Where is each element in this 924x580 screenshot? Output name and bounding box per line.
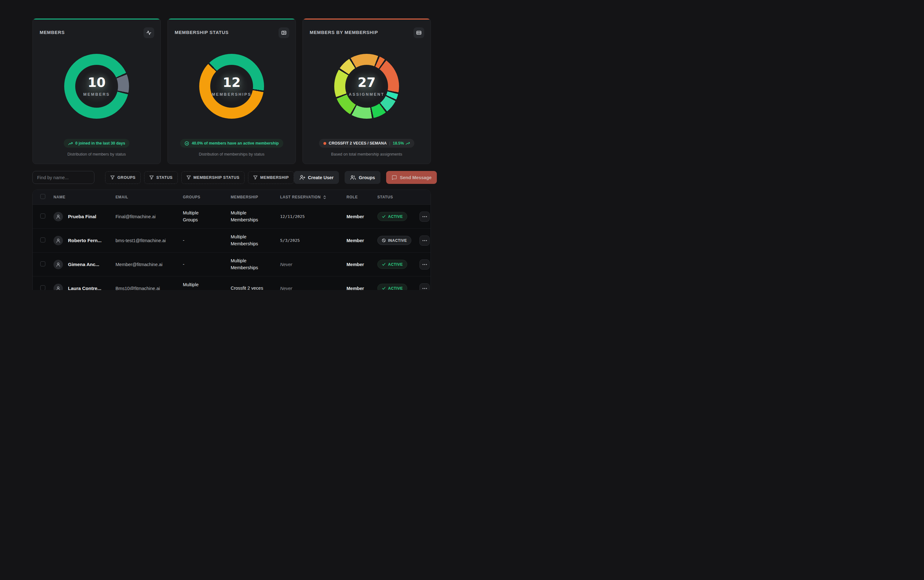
card-caption: Based on total membership assignments xyxy=(303,152,431,157)
column-header-email[interactable]: EMAIL xyxy=(115,195,183,199)
donut-label: MEMBERSHIPS xyxy=(212,92,252,97)
trending-up-icon xyxy=(405,141,410,145)
members-by-membership-chart-type-button[interactable] xyxy=(414,27,424,38)
filter-label: STATUS xyxy=(156,175,173,180)
credit-card-icon xyxy=(416,30,422,36)
members-by-membership-donut-chart: 27 ASSIGNMENT xyxy=(334,54,399,119)
avatar xyxy=(54,236,63,245)
column-header-name[interactable]: NAME xyxy=(54,195,115,199)
search-input[interactable] xyxy=(33,171,94,184)
ellipsis-icon xyxy=(423,288,427,289)
member-membership: Multiple Memberships xyxy=(231,234,280,247)
card-title: MEMBERSHIP STATUS xyxy=(175,30,229,35)
sort-icon[interactable] xyxy=(322,195,327,199)
avatar xyxy=(54,284,63,290)
check-icon xyxy=(382,214,386,219)
id-card-icon xyxy=(281,30,287,36)
row-checkbox[interactable] xyxy=(40,261,45,266)
filter-label: MEMBERSHIP STATUS xyxy=(194,175,240,180)
members-donut-chart: 10 MEMBERS xyxy=(64,54,129,119)
member-role: Member xyxy=(347,214,377,219)
avatar xyxy=(54,212,63,221)
funnel-icon xyxy=(149,175,154,180)
table-row[interactable]: Gimena Anc... Member@fitmachine.ai - Mul… xyxy=(33,252,431,277)
groups-button[interactable]: Groups xyxy=(345,171,380,184)
card-caption: Distribution of members by status xyxy=(33,152,161,157)
members-summary-badge: 0 joined in the last 30 days xyxy=(64,139,129,148)
check-icon xyxy=(382,286,386,290)
members-card: MEMBERS 10 MEMBERS 0 joined in the last … xyxy=(33,18,161,164)
user-icon xyxy=(56,238,61,243)
column-header-status[interactable]: STATUS xyxy=(377,195,419,199)
status-label: ACTIVE xyxy=(388,286,403,290)
funnel-icon xyxy=(186,175,191,180)
column-header-groups[interactable]: GROUPS xyxy=(183,195,231,199)
user-icon xyxy=(56,214,61,219)
table-row[interactable]: Laura Contre... Bms10@fitmachine.ai Mult… xyxy=(33,277,431,290)
donut-center: 12 MEMBERSHIPS xyxy=(210,65,253,108)
row-checkbox[interactable] xyxy=(40,237,45,242)
table-toolbar: GROUPS STATUS MEMBERSHIP STATUS MEMBERSH… xyxy=(33,171,431,184)
donut-value: 12 xyxy=(222,76,240,89)
filter-membership-status-button[interactable]: MEMBERSHIP STATUS xyxy=(181,171,245,184)
members-by-membership-card: MEMBERS BY MEMBERSHIP 27 ASSIGNMENT CROS… xyxy=(303,18,431,164)
status-label: ACTIVE xyxy=(388,262,403,267)
last-reservation-cell: Never xyxy=(280,286,347,290)
member-role: Member xyxy=(347,238,377,243)
membership-status-summary-badge: 40.0% of members have an active membersh… xyxy=(180,139,283,148)
row-checkbox[interactable] xyxy=(40,214,45,219)
users-icon xyxy=(350,175,356,180)
funnel-icon xyxy=(110,175,115,180)
filter-label: GROUPS xyxy=(117,175,136,180)
member-email: bms-test1@fitmachine.ai xyxy=(115,238,183,243)
check-icon xyxy=(382,262,386,266)
member-role: Member xyxy=(347,286,377,290)
status-badge: ACTIVE xyxy=(377,284,407,290)
filter-status-button[interactable]: STATUS xyxy=(144,171,178,184)
row-actions-menu-button[interactable] xyxy=(419,259,429,270)
row-checkbox[interactable] xyxy=(40,285,45,290)
members-chart-type-button[interactable] xyxy=(143,27,154,38)
table-row[interactable]: Prueba Final Final@fitmachine.ai Multipl… xyxy=(33,205,431,229)
column-header-last-reservation[interactable]: LAST RESERVATION xyxy=(280,195,347,199)
donut-value: 10 xyxy=(87,76,105,89)
filter-membership-button[interactable]: MEMBERSHIP xyxy=(248,171,294,184)
membership-status-chart-type-button[interactable] xyxy=(278,27,289,38)
user-icon xyxy=(56,286,61,290)
create-user-button[interactable]: Create User xyxy=(294,171,339,184)
funnel-icon xyxy=(253,175,258,180)
donut-label: ASSIGNMENT xyxy=(349,92,384,97)
avatar xyxy=(54,260,63,269)
member-groups: Multiple Groups xyxy=(183,282,231,290)
row-actions-menu-button[interactable] xyxy=(419,283,429,290)
ellipsis-icon xyxy=(423,240,427,241)
status-badge: INACTIVE xyxy=(377,236,411,245)
last-reservation-cell: Never xyxy=(280,262,347,267)
card-title: MEMBERS xyxy=(39,30,65,35)
member-name: Roberto Fern... xyxy=(68,238,115,243)
status-label: ACTIVE xyxy=(388,214,403,219)
ellipsis-icon xyxy=(423,264,427,265)
member-membership: Crossfit 2 veces xyxy=(231,285,280,290)
row-actions-menu-button[interactable] xyxy=(419,212,429,222)
send-message-button[interactable]: Send Message xyxy=(386,171,437,184)
last-reservation-cell: 5/3/2025 xyxy=(280,238,347,243)
trending-up-icon xyxy=(68,141,73,146)
members-dashboard: { "theme": { "accent_green": "#10b981", … xyxy=(0,0,462,290)
badge-divider: | xyxy=(389,141,390,145)
row-actions-menu-button[interactable] xyxy=(419,236,429,246)
user-icon xyxy=(56,262,61,267)
table-row[interactable]: Roberto Fern... bms-test1@fitmachine.ai … xyxy=(33,229,431,252)
card-title: MEMBERS BY MEMBERSHIP xyxy=(310,30,378,35)
membership-status-donut-chart: 12 MEMBERSHIPS xyxy=(199,54,264,119)
header-checkbox-cell xyxy=(40,194,54,200)
member-name: Gimena Anc... xyxy=(68,262,115,267)
last-reservation-cell: 12/11/2025 xyxy=(280,214,347,219)
badge-percent: 18.5% xyxy=(393,141,404,145)
column-header-role[interactable]: ROLE xyxy=(347,195,377,199)
column-header-membership[interactable]: MEMBERSHIP xyxy=(231,195,280,199)
filter-groups-button[interactable]: GROUPS xyxy=(105,171,141,184)
member-membership: Multiple Memberships xyxy=(231,210,280,223)
select-all-checkbox[interactable] xyxy=(40,194,45,199)
card-accent-bar xyxy=(33,18,161,20)
